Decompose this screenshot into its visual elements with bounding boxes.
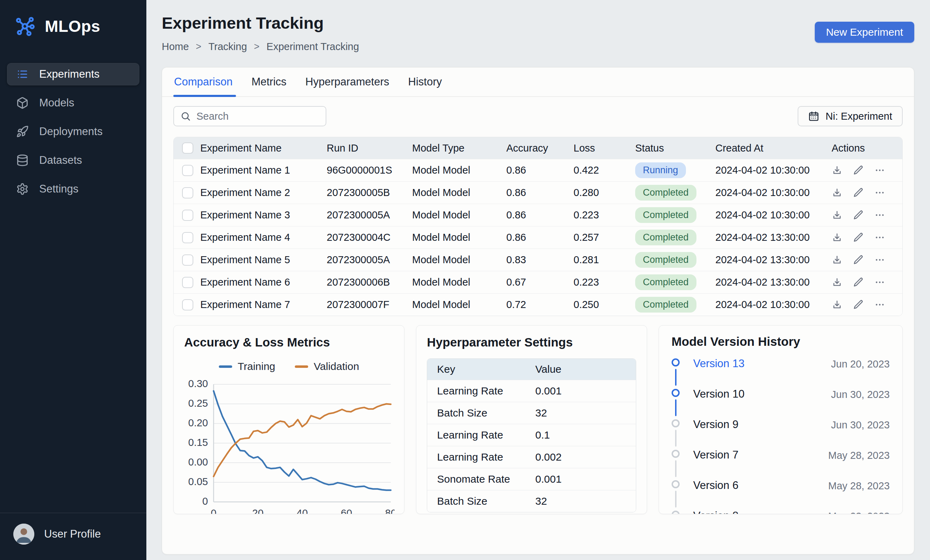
hyperparameter-key: Learning Rate [437,385,535,397]
select-all-checkbox[interactable] [182,142,193,154]
hyperparameter-value: 0.1 [535,429,626,441]
table-row: Experiment Name 196G0000001SModel Model0… [174,159,902,181]
model-version-panel: Model Version History Version 13Jun 20, … [659,325,903,514]
cell-model-type: Model Model [412,254,506,266]
page-title: Experiment Tracking [162,13,359,32]
sidebar-item-models[interactable]: Models [7,92,139,114]
cell-model-type: Model Model [412,299,506,311]
download-action-icon[interactable] [831,299,842,310]
hyperparameter-body: Learning Rate0.001Batch Size32Learning R… [427,380,636,512]
cell-loss: 0.223 [574,277,635,288]
experiments-table: Experiment NameRun IDModel TypeAccuracyL… [173,137,903,316]
table-row: Experiment Name 22072300005BModel Model0… [174,181,902,204]
row-checkbox[interactable] [182,165,193,176]
version-name[interactable]: Version 6 [693,479,739,491]
version-connector [675,430,676,446]
status-badge: Completed [635,297,696,312]
user-profile-row[interactable]: User Profile [0,513,146,560]
sidebar-item-deployments[interactable]: Deployments [7,120,139,143]
edit-action-icon[interactable] [853,299,864,310]
table-row: Experiment Name 62072300006BModel Model0… [174,271,902,293]
version-dot [671,389,680,397]
breadcrumb-item[interactable]: Tracking [208,41,247,52]
more-action-icon[interactable] [874,210,885,220]
status-badge: Completed [635,207,696,223]
row-checkbox[interactable] [182,210,193,221]
edit-action-icon[interactable] [853,254,864,265]
more-action-icon[interactable] [874,299,885,310]
more-action-icon[interactable] [874,165,885,176]
table-row: Experiment Name 52072300005AModel Model0… [174,249,902,271]
database-icon [16,154,29,166]
cell-run-id: 2072300005A [327,254,412,266]
status-badge: Completed [635,274,696,290]
hyperparameter-key: Learning Rate [437,451,535,463]
edit-action-icon[interactable] [853,210,864,220]
table-body: Experiment Name 196G0000001SModel Model0… [174,159,902,316]
cell-accuracy: 0.67 [506,277,574,288]
download-action-icon[interactable] [831,277,842,288]
more-action-icon[interactable] [874,187,885,198]
edit-action-icon[interactable] [853,277,864,288]
row-checkbox[interactable] [182,277,193,288]
download-action-icon[interactable] [831,187,842,198]
svg-text:0.25: 0.25 [188,398,208,409]
cell-accuracy: 0.83 [506,254,574,266]
version-name[interactable]: Version 8 [693,509,739,514]
version-name[interactable]: Version 9 [693,418,739,431]
more-action-icon[interactable] [874,277,885,288]
hyperparameter-panel: Hyperparameter Settings KeyValue Learnin… [416,325,647,514]
svg-text:20: 20 [252,508,263,514]
more-action-icon[interactable] [874,254,885,265]
version-name[interactable]: Version 13 [693,357,745,369]
sidebar-item-datasets[interactable]: Datasets [7,149,139,171]
legend-item-training: Training [219,360,275,372]
new-experiment-button[interactable]: New Experiment [815,22,914,43]
download-action-icon[interactable] [831,165,842,176]
tab-history[interactable]: History [408,68,442,96]
cell-actions [831,299,902,310]
status-badge: Completed [635,229,696,245]
edit-action-icon[interactable] [853,232,864,243]
row-checkbox[interactable] [182,299,193,311]
sidebar-item-label: Settings [39,183,79,195]
edit-action-icon[interactable] [853,187,864,198]
search-input[interactable] [196,111,319,122]
more-action-icon[interactable] [874,232,885,243]
cell-run-id: 2072300005A [327,209,412,221]
accuracy-loss-chart: 0.300.250.200.150.000.050020406080 [184,379,394,514]
hyperparameter-key: Sonomate Rate [437,473,535,485]
cell-run-id: 96G0000001S [327,165,412,176]
column-header-accuracy: Accuracy [506,142,574,154]
cell-experiment-name: Experiment Name 2 [200,187,327,198]
row-checkbox[interactable] [182,187,193,198]
sidebar-item-experiments[interactable]: Experiments [7,63,139,85]
tab-hyperparameters[interactable]: Hyperparameters [305,68,389,96]
experiment-filter-button[interactable]: Ni: Experiment [798,106,903,126]
app-name: MLOps [45,17,100,36]
version-name[interactable]: Version 7 [693,449,739,461]
tab-metrics[interactable]: Metrics [251,68,286,96]
breadcrumb-item[interactable]: Home [162,41,189,52]
download-action-icon[interactable] [831,254,842,265]
row-checkbox[interactable] [182,254,193,266]
download-action-icon[interactable] [831,232,842,243]
column-header-experiment-name: Experiment Name [200,142,327,154]
version-date: Jun 20, 2023 [831,358,890,370]
cell-loss: 0.280 [574,187,635,198]
sidebar-item-settings[interactable]: Settings [7,178,139,200]
edit-action-icon[interactable] [853,165,864,176]
cell-actions [831,187,902,198]
cell-created-at: 2024-04-02 10:30:00 [715,209,831,221]
experiment-filter-label: Ni: Experiment [826,111,892,122]
cube-icon [16,97,29,109]
chart-legend: TrainingValidation [184,360,394,372]
version-connector [675,491,676,508]
cell-checkbox [174,165,200,176]
version-name[interactable]: Version 10 [693,388,745,400]
sidebar-item-label: Datasets [39,154,82,166]
download-action-icon[interactable] [831,210,842,220]
toolbar: Ni: Experiment [173,106,903,126]
row-checkbox[interactable] [182,232,193,243]
tab-comparison[interactable]: Comparison [174,68,232,96]
